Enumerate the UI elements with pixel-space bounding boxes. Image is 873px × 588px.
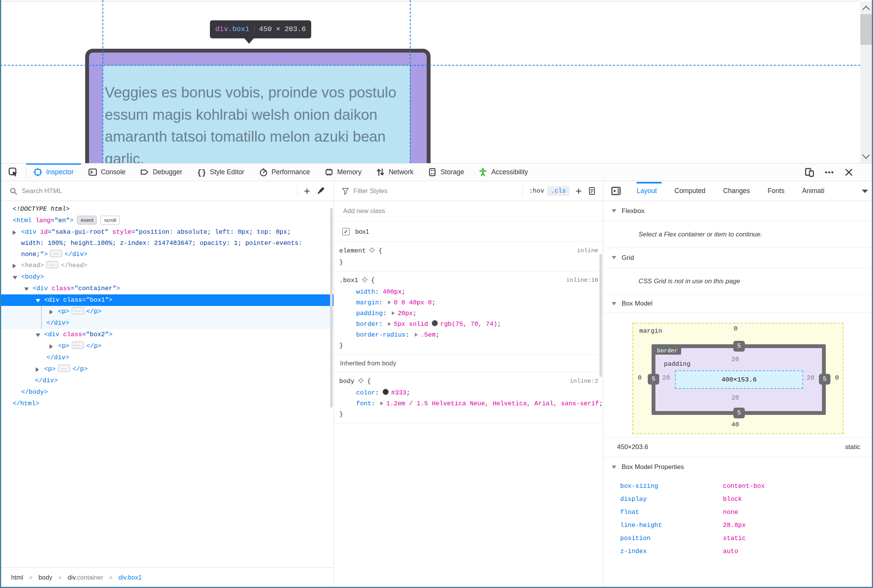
sidebar-tabs-dropdown-icon[interactable]: [862, 190, 868, 193]
property-value[interactable]: 400px: [383, 288, 402, 296]
filter-styles-input[interactable]: Filter Styles: [353, 187, 388, 195]
box-model-content-region[interactable]: 400×153.6: [675, 370, 803, 389]
property-value[interactable]: 0 0 40px 0: [394, 299, 432, 306]
class-checkbox[interactable]: ✓: [342, 228, 350, 235]
tree-node[interactable]: <div class="container">: [1, 283, 333, 294]
declaration-border[interactable]: border: 5px solid rgb(75, 70, 74);: [334, 319, 603, 330]
markup-scrollbar-thumb[interactable]: [330, 208, 333, 408]
collapsed-twisty-icon[interactable]: [13, 264, 16, 268]
class-panel-toggle[interactable]: .cls: [547, 186, 569, 196]
property-name[interactable]: margin: [356, 299, 379, 306]
tab-memory[interactable]: Memory: [317, 164, 369, 181]
inline-expander[interactable]: ···: [46, 261, 58, 268]
collapsed-twisty-icon[interactable]: [36, 367, 39, 372]
rule-selector[interactable]: element: [339, 247, 366, 254]
expanded-twisty-icon[interactable]: [36, 334, 40, 337]
box-model-margin-region[interactable]: margin border padding 400×153.6 0 5 20 2…: [632, 323, 843, 434]
sidebar-tab-computed[interactable]: Computed: [675, 181, 706, 201]
color-swatch[interactable]: [383, 389, 389, 395]
tree-node[interactable]: <head>···</head>: [1, 260, 333, 271]
margin-right-value[interactable]: 0: [835, 374, 839, 382]
rule-source-link[interactable]: inline:2: [570, 378, 598, 385]
breadcrumb-item[interactable]: body: [38, 574, 52, 581]
declaration-border-radius[interactable]: border-radius: .5em;: [334, 330, 603, 340]
print-media-button[interactable]: [588, 187, 596, 195]
expand-shorthand-icon[interactable]: [388, 301, 391, 304]
flexbox-section-header[interactable]: Flexbox: [603, 201, 872, 221]
property-name[interactable]: font: [356, 400, 371, 407]
property-value[interactable]: #333: [391, 389, 406, 396]
tree-node[interactable]: <html lang="en">eventscroll: [1, 215, 333, 226]
tree-node[interactable]: <div id="saka-gui-root" style="position:…: [1, 226, 333, 260]
search-html-input[interactable]: Search HTML: [22, 187, 62, 195]
expand-shorthand-icon[interactable]: [415, 333, 418, 337]
tab-style-editor[interactable]: {}Style Editor: [190, 164, 251, 181]
expanded-twisty-icon[interactable]: [36, 299, 40, 302]
declaration-padding[interactable]: padding: 20px;: [334, 308, 603, 319]
property-value[interactable]: 5px solid: [394, 320, 432, 328]
expand-shorthand-icon[interactable]: [380, 401, 383, 405]
tree-node[interactable]: </body>: [1, 386, 333, 398]
property-value[interactable]: 1.2em / 1.5 Helvetica Neue, Helvetica, A…: [386, 400, 599, 407]
property-name[interactable]: color: [356, 389, 375, 396]
tree-node[interactable]: <p>···</p>: [1, 340, 333, 352]
rule-selector[interactable]: .box1: [339, 277, 358, 284]
sidebar-toggle-button[interactable]: [611, 186, 621, 196]
event-badge[interactable]: event: [77, 216, 97, 225]
scroll-down-arrow-icon[interactable]: [862, 151, 870, 159]
border-top-value[interactable]: 5: [733, 341, 745, 352]
margin-top-value[interactable]: 0: [734, 325, 738, 332]
tab-network[interactable]: Network: [369, 164, 421, 181]
expand-shorthand-icon[interactable]: [392, 311, 395, 315]
collapsed-twisty-icon[interactable]: [50, 310, 53, 314]
border-right-value[interactable]: 5: [819, 374, 830, 385]
inline-expander[interactable]: ···: [58, 365, 70, 372]
box-model-section-header[interactable]: Box Model: [603, 295, 872, 313]
rule-selector[interactable]: body: [339, 378, 355, 385]
tree-node[interactable]: <body>: [1, 271, 333, 283]
padding-top-value[interactable]: 20: [731, 356, 739, 363]
devtools-close-button[interactable]: [844, 168, 853, 177]
border-bottom-value[interactable]: 5: [733, 408, 745, 418]
padding-right-value[interactable]: 20: [807, 374, 814, 382]
tree-node[interactable]: <!DOCTYPE html>: [1, 203, 333, 215]
tree-node-selected[interactable]: <div class="box1">: [1, 294, 333, 306]
rule-source-link[interactable]: inline: [577, 247, 598, 254]
tree-node[interactable]: </div>: [1, 352, 333, 363]
tab-debugger[interactable]: Debugger: [133, 164, 190, 181]
collapsed-twisty-icon[interactable]: [50, 344, 53, 349]
padding-bottom-value[interactable]: 20: [731, 394, 739, 401]
grid-section-header[interactable]: Grid: [603, 248, 872, 268]
eyedropper-button[interactable]: [316, 187, 325, 195]
page-scrollbar-thumb[interactable]: [860, 14, 872, 45]
sidebar-tab-changes[interactable]: Changes: [723, 181, 750, 201]
tab-accessibility[interactable]: Accessibility: [471, 164, 535, 181]
breadcrumb-item[interactable]: div.container: [68, 574, 103, 581]
sidebar-tab-animati[interactable]: Animati: [802, 181, 824, 201]
page-scrollbar[interactable]: [860, 2, 872, 163]
box-model-properties-header[interactable]: Box Model Properties: [603, 457, 872, 477]
expanded-twisty-icon[interactable]: [13, 276, 17, 279]
tree-node[interactable]: <div class="box2">: [1, 329, 333, 340]
property-value[interactable]: rgb(75, 70, 74): [440, 320, 497, 328]
property-name[interactable]: padding: [356, 310, 383, 317]
padding-left-value[interactable]: 20: [662, 374, 670, 382]
tab-console[interactable]: Console: [81, 164, 133, 181]
property-value[interactable]: 20px: [398, 310, 413, 317]
declaration-color[interactable]: color: #333;: [334, 388, 603, 398]
devtools-menu-button[interactable]: [824, 167, 834, 177]
tree-node[interactable]: <p>···</p>: [1, 306, 333, 317]
tab-inspector[interactable]: Inspector: [26, 164, 81, 181]
inline-expander[interactable]: ···: [72, 307, 84, 314]
declaration-width[interactable]: width: 400px;: [334, 287, 603, 297]
expanded-twisty-icon[interactable]: [24, 287, 29, 291]
pseudo-class-toggle[interactable]: :hov: [529, 187, 544, 195]
breadcrumb-item[interactable]: div.box1: [119, 574, 142, 581]
tree-node[interactable]: </div>: [1, 375, 333, 386]
property-name[interactable]: border-radius: [356, 331, 406, 339]
node-picker-button[interactable]: [1, 164, 26, 181]
tab-performance[interactable]: Performance: [252, 164, 317, 181]
rules-scrollbar-thumb[interactable]: [599, 254, 602, 377]
responsive-design-mode-button[interactable]: [805, 167, 814, 177]
tree-node[interactable]: <p>···</p>: [1, 363, 333, 375]
